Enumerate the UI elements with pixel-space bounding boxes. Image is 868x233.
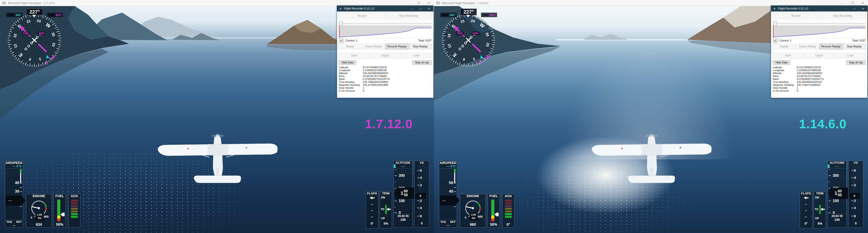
load-button[interactable]: Load — [401, 53, 432, 58]
telemetry-label: Latitude — [339, 66, 363, 69]
vs-scale: 6 4 2 0 2 4 6 — [848, 164, 863, 222]
save-button[interactable]: Save — [339, 53, 369, 58]
telemetry-value: 61.81794483715078 — [797, 66, 866, 69]
fms-label: FMS — [22, 32, 30, 35]
lever-readout: LVR 0% — [469, 213, 478, 220]
telemetry-value: 226.7249711188918 — [797, 84, 866, 87]
lubber-line-icon — [32, 15, 36, 18]
msfs-app-icon — [2, 1, 6, 4]
airspeed-tape: 40 30 -- — [5, 168, 23, 216]
kts-label: KTS — [450, 165, 456, 168]
minimize-icon[interactable]: – — [408, 6, 416, 11]
export-button[interactable]: Export — [804, 53, 835, 58]
timeline-slider[interactable] — [339, 22, 431, 25]
record-button[interactable]: Record — [339, 13, 385, 19]
minimize-icon[interactable]: – — [403, 0, 413, 6]
enr-label: ENR — [471, 32, 479, 35]
heading-readout: 227° — [26, 8, 43, 15]
hide-data-button[interactable]: Hide Data — [339, 60, 356, 65]
close-icon[interactable]: ✕ — [858, 0, 868, 6]
hdg-box: HDG 360° — [440, 13, 457, 17]
vs-tick-label: 2 — [854, 183, 856, 187]
telemetry-table: Latitude61.81794483715078 Longitude5.154… — [339, 66, 432, 92]
export-button[interactable]: Export — [370, 53, 401, 58]
hide-data-button[interactable]: Hide Data — [773, 60, 790, 65]
record-button[interactable]: Record — [773, 13, 819, 19]
pause-replay-button[interactable]: Pause Replay — [796, 44, 819, 49]
recorder-titlebar[interactable]: ✈ Flight Recorder 0.11.1.0 – □ ✕ — [771, 6, 867, 11]
load-button[interactable]: Load — [835, 53, 866, 58]
aoa-value: 0° — [502, 223, 514, 227]
timeline-slider[interactable] — [773, 22, 865, 25]
titlebar[interactable]: Microsoft Flight Simulator - 1.14.6.0 – … — [434, 0, 868, 6]
telemetry-value: 5.154990167980238 — [797, 69, 866, 72]
recorder-titlebar[interactable]: ✈ Flight Recorder 0.11.1.0 – □ ✕ — [337, 6, 433, 11]
pause-replay-button[interactable]: Pause Replay — [362, 44, 385, 49]
vs-title: VS — [414, 161, 429, 164]
flaps-title: FLAPS — [366, 192, 378, 195]
trim-value: 5% — [814, 222, 826, 226]
recorder-app-icon: ✈ — [339, 7, 343, 10]
engine-value: 634 — [26, 223, 52, 227]
stop-recording-button[interactable]: Stop Recording — [819, 13, 866, 19]
telemetry-value: 1 — [797, 87, 866, 90]
telemetry-label: Latitude — [773, 66, 797, 69]
engine-value: 660 — [460, 223, 486, 227]
resume-replay-button[interactable]: Resume Replay — [819, 44, 842, 49]
altitude-bug-icon — [394, 165, 396, 168]
titlebar[interactable]: Microsoft Flight Simulator - 1.7.12.0 – … — [0, 0, 434, 6]
alt-tick-label: 300 — [833, 174, 842, 178]
green-band — [20, 169, 22, 173]
vs-tick-label: 6 — [854, 214, 856, 218]
vs-tick-label: 2 — [854, 199, 856, 202]
minimize-icon[interactable]: – — [837, 0, 847, 6]
lvr-label: LVR — [35, 213, 44, 217]
telemetry-label: Pitch — [773, 75, 797, 78]
tas-label: TAS — [6, 220, 12, 224]
speed-button[interactable]: x1 — [339, 39, 344, 43]
replay-button[interactable]: Replay — [773, 44, 796, 49]
replay-button[interactable]: Replay — [339, 44, 362, 49]
speed-button[interactable]: x1 — [773, 39, 778, 43]
recorder-app-icon: ✈ — [773, 7, 777, 10]
stop-replay-button[interactable]: Stop Replay — [843, 44, 866, 49]
altitude-panel: ALTITUDE ---- 300 200 100 0 1 60 50 — [828, 161, 846, 228]
close-icon[interactable]: ✕ — [425, 6, 433, 11]
minimize-icon[interactable]: – — [842, 6, 850, 11]
fuel-panel: FUEL 50% — [488, 194, 500, 228]
stop-recording-button[interactable]: Stop Recording — [385, 13, 432, 19]
slider-handle[interactable] — [339, 21, 343, 26]
fuel-pointer-icon — [495, 213, 499, 216]
fuel-pointer-icon — [61, 213, 65, 216]
airspeed-panel: AIRSPEED --- KTS 50 40 -- TAS 0KT --- — [439, 161, 457, 228]
stop-replay-button[interactable]: Stop Replay — [409, 44, 432, 49]
maximize-icon[interactable]: □ — [416, 6, 425, 11]
save-button[interactable]: Save — [773, 53, 803, 58]
close-icon[interactable]: ✕ — [424, 0, 434, 6]
stay-on-top-button[interactable]: Stay on top — [846, 60, 866, 65]
telemetry-label: Is On Ground — [339, 90, 363, 92]
resume-replay-button[interactable]: Resume Replay — [385, 44, 408, 49]
slider-handle[interactable] — [773, 21, 777, 26]
telemetry-label: True Heading — [773, 80, 797, 84]
stay-on-top-button[interactable]: Stay on top — [412, 60, 432, 65]
maximize-icon[interactable]: □ — [850, 6, 859, 11]
crs-label: CRS — [49, 13, 55, 17]
telemetry-label: Magnetic Heading — [773, 84, 797, 87]
crs-box: CRS 001° — [47, 13, 63, 17]
telemetry-value: 0 — [797, 90, 866, 92]
restore-icon[interactable]: ❐ — [413, 0, 424, 6]
lever-readout: LVR 0% — [35, 213, 44, 220]
compass-rose: 2124W303336E1215S — [441, 13, 496, 68]
tas-value: 0KT — [450, 220, 456, 224]
hdg-label: HDG — [442, 13, 448, 17]
engine-title: ENGINE — [460, 194, 486, 198]
fuel-bar — [491, 200, 494, 221]
tape-label: 30 — [11, 189, 19, 194]
flight-recorder-window: ✈ Flight Recorder 0.11.1.0 – □ ✕ Record … — [337, 5, 434, 98]
restore-icon[interactable]: ❐ — [847, 0, 858, 6]
white-band — [20, 173, 21, 183]
alt-hundreds: 1 — [401, 190, 403, 196]
altitude-graph — [773, 25, 866, 38]
close-icon[interactable]: ✕ — [859, 6, 867, 11]
